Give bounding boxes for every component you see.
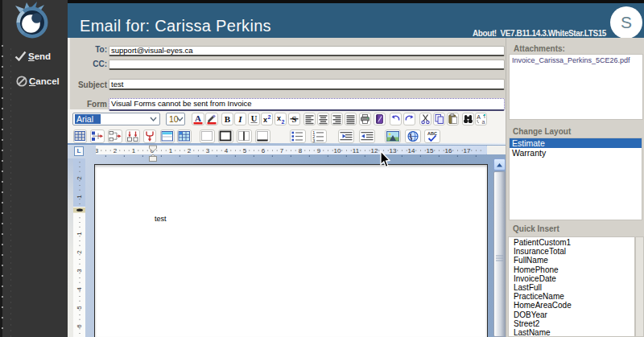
svg-text:8: 8 xyxy=(299,147,303,154)
svg-text:5: 5 xyxy=(243,147,247,154)
svg-text:9: 9 xyxy=(317,147,321,154)
svg-text:1: 1 xyxy=(169,147,173,154)
svg-text:1: 1 xyxy=(76,195,83,199)
svg-text:15: 15 xyxy=(427,147,434,154)
svg-text:5: 5 xyxy=(76,306,83,310)
svg-text:x: x xyxy=(277,114,281,122)
svg-text:2: 2 xyxy=(188,147,192,154)
svg-text:3: 3 xyxy=(76,269,83,273)
svg-text:1: 1 xyxy=(76,232,83,236)
svg-text:a: a xyxy=(482,119,485,125)
svg-text:A: A xyxy=(195,113,201,123)
svg-text:U: U xyxy=(251,114,258,123)
svg-text:2: 2 xyxy=(76,176,83,180)
svg-text:4: 4 xyxy=(76,287,83,291)
svg-text:3: 3 xyxy=(206,147,210,154)
svg-text:7: 7 xyxy=(280,147,284,154)
svg-text:2: 2 xyxy=(76,250,83,254)
svg-text:ABC: ABC xyxy=(427,131,437,136)
svg-text:10: 10 xyxy=(334,147,341,154)
svg-text:2: 2 xyxy=(282,119,285,125)
svg-text:x: x xyxy=(263,116,267,124)
svg-text:14: 14 xyxy=(408,147,415,154)
svg-text:11: 11 xyxy=(353,147,360,154)
svg-text:1: 1 xyxy=(132,147,136,154)
svg-text:I: I xyxy=(237,114,242,124)
svg-text:4: 4 xyxy=(225,147,229,154)
svg-text:17: 17 xyxy=(464,147,471,154)
svg-text:A: A xyxy=(477,114,481,120)
svg-text:3: 3 xyxy=(312,138,315,143)
svg-text:16: 16 xyxy=(445,147,452,154)
svg-text:2: 2 xyxy=(114,147,118,154)
svg-text:6: 6 xyxy=(76,324,83,328)
svg-text:6: 6 xyxy=(262,147,266,154)
svg-text:B: B xyxy=(225,114,231,124)
svg-text:3: 3 xyxy=(96,147,99,154)
svg-text:2: 2 xyxy=(268,114,271,120)
